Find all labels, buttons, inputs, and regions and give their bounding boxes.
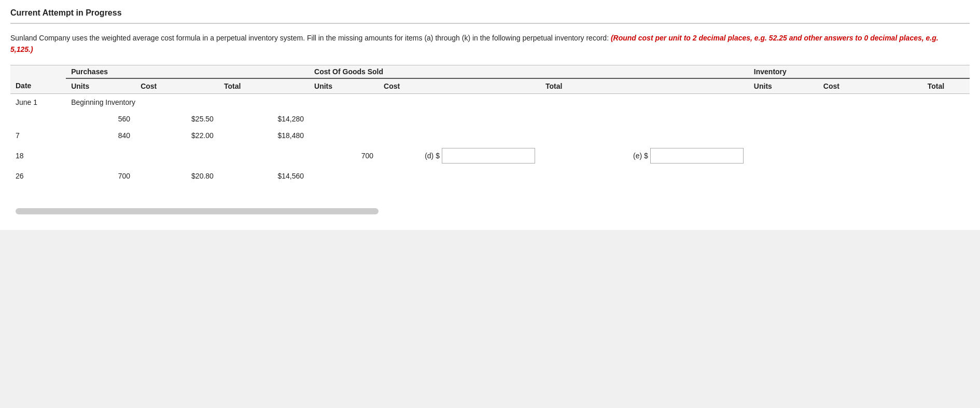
cogs-group-header: Cost Of Goods Sold bbox=[309, 65, 749, 78]
horizontal-scrollbar[interactable] bbox=[16, 208, 379, 214]
cogs-cost-input-d[interactable] bbox=[442, 148, 535, 164]
cogs-cost-cell bbox=[379, 111, 540, 127]
i-total-col-header: Total bbox=[922, 78, 970, 94]
page-title: Current Attempt in Progress bbox=[10, 8, 122, 17]
purch-cost-cell: $25.50 bbox=[135, 111, 219, 127]
table-row: June 1 Beginning Inventory bbox=[10, 93, 970, 111]
inv-total-cell bbox=[922, 93, 970, 111]
scrollbar-area[interactable] bbox=[10, 208, 970, 214]
inv-units-cell bbox=[749, 127, 818, 144]
inv-total-cell: (a bbox=[922, 127, 970, 144]
c-cost-col-header: Cost bbox=[379, 78, 540, 94]
cogs-total-cell bbox=[540, 168, 749, 184]
date-group-header bbox=[10, 65, 66, 78]
purch-units-cell: 560 bbox=[66, 111, 135, 127]
cogs-units-cell bbox=[309, 93, 379, 111]
date-cell: June 1 bbox=[10, 93, 66, 111]
cogs-total-cell bbox=[540, 111, 749, 127]
cogs-total-cell bbox=[540, 127, 749, 144]
purchases-group-header: Purchases bbox=[66, 65, 309, 78]
cogs-total-label-e: (e) $ bbox=[633, 152, 648, 160]
beginning-inventory-label: Beginning Inventory bbox=[66, 93, 309, 111]
inv-units-cell bbox=[749, 111, 818, 127]
cogs-total-input-cell: (e) $ bbox=[540, 144, 749, 168]
cogs-cost-label-d: (d) $ bbox=[425, 152, 440, 160]
inv-total-cell: ( bbox=[922, 144, 970, 168]
date-cell: 7 bbox=[10, 127, 66, 144]
purch-units-cell: 700 bbox=[66, 168, 135, 184]
cogs-cost-input-cell: (d) $ bbox=[379, 144, 540, 168]
cogs-cost-cell bbox=[379, 127, 540, 144]
purch-cost-cell: $22.00 bbox=[135, 127, 219, 144]
p-units-col-header: Units bbox=[66, 78, 135, 94]
table-row: 560 $25.50 $14,280 bbox=[10, 111, 970, 127]
date-cell: 26 bbox=[10, 168, 66, 184]
purch-cost-cell bbox=[135, 144, 219, 168]
header-bar: Current Attempt in Progress bbox=[10, 8, 970, 24]
cogs-units-cell bbox=[309, 168, 379, 184]
table-row-empty bbox=[10, 184, 970, 200]
c-total-col-header: Total bbox=[540, 78, 749, 94]
inv-total-cell bbox=[922, 111, 970, 127]
p-total-col-header: Total bbox=[219, 78, 309, 94]
date-col-header: Date bbox=[10, 78, 66, 94]
cogs-total-input-e[interactable] bbox=[650, 148, 744, 164]
inventory-group-header: Inventory bbox=[749, 65, 970, 78]
table-wrapper: Purchases Cost Of Goods Sold Inventory D… bbox=[10, 65, 970, 200]
table-row: 7 840 $22.00 $18,480 (a bbox=[10, 127, 970, 144]
group-header-row: Purchases Cost Of Goods Sold Inventory bbox=[10, 65, 970, 78]
cogs-total-cell bbox=[540, 93, 749, 111]
inv-cost-cell bbox=[818, 144, 922, 168]
c-units-col-header: Units bbox=[309, 78, 379, 94]
table-row: 26 700 $20.80 $14,560 ( bbox=[10, 168, 970, 184]
table-row: 18 700 (d) $ (e) $ bbox=[10, 144, 970, 168]
purch-total-cell bbox=[219, 144, 309, 168]
inv-cost-cell bbox=[818, 93, 922, 111]
cogs-units-cell: 700 bbox=[309, 144, 379, 168]
inv-cost-cell bbox=[818, 111, 922, 127]
cogs-units-cell bbox=[309, 127, 379, 144]
cogs-total-label-group: (e) $ bbox=[633, 148, 744, 164]
purch-total-cell: $14,560 bbox=[219, 168, 309, 184]
description: Sunland Company uses the weighted averag… bbox=[10, 32, 944, 56]
purch-total-cell: $14,280 bbox=[219, 111, 309, 127]
description-main: Sunland Company uses the weighted averag… bbox=[10, 34, 611, 42]
purch-cost-cell: $20.80 bbox=[135, 168, 219, 184]
inv-units-cell bbox=[749, 93, 818, 111]
p-cost-col-header: Cost bbox=[135, 78, 219, 94]
cogs-cost-label-group: (d) $ bbox=[425, 148, 535, 164]
date-cell: 18 bbox=[10, 144, 66, 168]
inventory-table: Purchases Cost Of Goods Sold Inventory D… bbox=[10, 65, 970, 200]
inv-total-cell: ( bbox=[922, 168, 970, 184]
cogs-units-cell bbox=[309, 111, 379, 127]
inv-cost-cell bbox=[818, 168, 922, 184]
inv-units-cell bbox=[749, 144, 818, 168]
purch-total-cell: $18,480 bbox=[219, 127, 309, 144]
cogs-cost-cell bbox=[379, 168, 540, 184]
purch-units-cell: 840 bbox=[66, 127, 135, 144]
purch-units-cell bbox=[66, 144, 135, 168]
i-cost-col-header: Cost bbox=[818, 78, 922, 94]
date-cell bbox=[10, 111, 66, 127]
col-header-row: Date Units Cost Total Units Cost Total U… bbox=[10, 78, 970, 94]
inv-cost-cell bbox=[818, 127, 922, 144]
inv-units-cell bbox=[749, 168, 818, 184]
cogs-cost-cell bbox=[379, 93, 540, 111]
i-units-col-header: Units bbox=[749, 78, 818, 94]
